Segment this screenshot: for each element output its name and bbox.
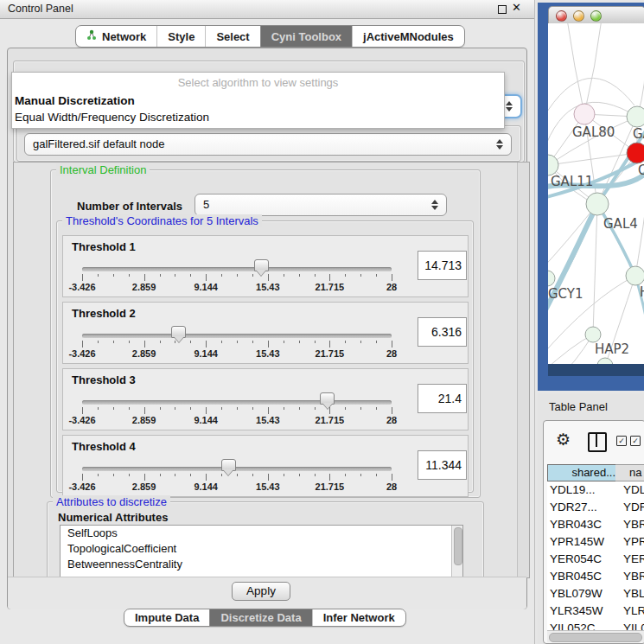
table-row[interactable]: YBL079WYBL0 xyxy=(547,585,644,603)
threshold-slider-thumb[interactable] xyxy=(320,392,335,405)
table-cell[interactable]: YIL052C xyxy=(550,620,596,630)
column-header-name[interactable]: na xyxy=(615,464,644,481)
checkbox-icon[interactable]: ✓ xyxy=(616,436,627,446)
bottom-tab-infer-network[interactable]: Infer Network xyxy=(312,609,405,626)
table-cell[interactable]: YLR3 xyxy=(623,603,644,620)
tab-label: Style xyxy=(168,30,194,43)
table-row[interactable]: YPR145WYPR1 xyxy=(547,533,644,551)
node-top-right[interactable] xyxy=(627,106,644,127)
settings-scroll-viewport: Interval Definition Number of Intervals … xyxy=(13,162,530,578)
columns-icon[interactable] xyxy=(588,432,607,452)
dropdown-prompt-item[interactable]: Select algorithm to view settings xyxy=(12,73,504,92)
tick-mark xyxy=(160,474,161,476)
table-row[interactable]: YDL19...YDL1 xyxy=(547,481,644,499)
table-panel-window: Table Panel ⚙ ✓ ✓ shared... na YDL19...Y… xyxy=(538,393,644,644)
table-data-combobox[interactable]: galFiltered.sif default node xyxy=(24,133,512,156)
attribute-item-betweennesscentrality[interactable]: BetweennessCentrality xyxy=(61,557,462,572)
table-header-row: shared... na xyxy=(547,464,644,481)
attributes-list-scrollbar-thumb[interactable] xyxy=(454,527,462,565)
table-row[interactable]: YBR045CYBR0 xyxy=(547,568,644,585)
node-gal4[interactable] xyxy=(586,193,609,215)
numerical-attributes-list[interactable]: SelfLoopsTopologicalCoefficientBetweenne… xyxy=(60,525,463,578)
attribute-item-topologicalcoefficient[interactable]: TopologicalCoefficient xyxy=(61,541,462,557)
table-cell[interactable]: YER054C xyxy=(550,551,602,568)
threshold-slider-thumb[interactable] xyxy=(221,459,236,471)
threshold-value-field[interactable]: 11.344 xyxy=(418,450,467,480)
table-cell[interactable]: YBR043C xyxy=(550,516,602,533)
bottom-tab-discretize-data[interactable]: Discretize Data xyxy=(209,609,311,626)
table-cell[interactable]: YBR045C xyxy=(550,568,602,585)
node-red[interactable] xyxy=(627,143,644,163)
threshold-slider-thumb[interactable] xyxy=(171,326,186,338)
table-row[interactable]: YER054CYER0 xyxy=(547,551,644,568)
table-cell[interactable]: YPR1 xyxy=(623,533,644,551)
table-row[interactable]: YBR043CYBR0 xyxy=(547,516,644,533)
tab-cyni-toolbox[interactable]: Cyni Toolbox xyxy=(260,26,352,47)
zoom-traffic-light-icon[interactable] xyxy=(590,10,602,22)
close-traffic-light-icon[interactable] xyxy=(556,10,567,22)
table-cell[interactable]: YER0 xyxy=(623,551,644,568)
network-thick-edge[interactable] xyxy=(597,204,635,276)
node-hap2[interactable] xyxy=(585,327,601,342)
table-hscrollbar-track[interactable] xyxy=(547,630,644,642)
slider-ticks xyxy=(82,341,392,348)
close-icon[interactable]: ✕ xyxy=(512,1,521,14)
node-h[interactable] xyxy=(626,266,644,285)
gear-icon[interactable]: ⚙ xyxy=(556,430,571,450)
table-cell[interactable]: YBR0 xyxy=(623,568,644,585)
tab-label: Network xyxy=(102,30,146,43)
table-cell[interactable]: YDL1 xyxy=(623,481,644,499)
threshold-slider-thumb[interactable] xyxy=(254,259,269,271)
network-edge[interactable] xyxy=(567,23,584,114)
table-cell[interactable]: YIL0 xyxy=(623,620,644,630)
node-gcy1[interactable] xyxy=(548,271,555,286)
tick-mark xyxy=(392,474,392,481)
network-canvas[interactable]: GAL80GACGAL11GAL4GCY1HHAP2 xyxy=(548,23,644,364)
threshold-slider-track[interactable] xyxy=(82,267,392,271)
apply-button[interactable]: Apply xyxy=(232,582,290,601)
tick-mark xyxy=(345,341,346,343)
network-thick-edge[interactable] xyxy=(548,204,597,322)
network-edge[interactable] xyxy=(584,23,602,114)
table-hscrollbar-thumb[interactable] xyxy=(549,633,642,642)
table-cell[interactable]: YBL0 xyxy=(623,585,644,603)
attribute-item-selfloops[interactable]: SelfLoops xyxy=(61,526,462,541)
threshold-slider-track[interactable] xyxy=(82,334,392,338)
float-window-icon[interactable] xyxy=(498,5,507,14)
threshold-value-field[interactable]: 14.713 xyxy=(418,251,467,280)
table-cell[interactable]: YDR2 xyxy=(623,499,644,516)
dropdown-option-manual-discretization[interactable]: Manual Discretization xyxy=(12,92,504,109)
tab-select[interactable]: Select xyxy=(205,26,259,47)
attributes-list-scrollbar[interactable] xyxy=(451,526,462,577)
dropdown-option-equal-width-frequency[interactable]: Equal Width/Frequency Discretization xyxy=(12,109,504,125)
tick-mark xyxy=(82,341,83,348)
column-header-shared-name[interactable]: shared... xyxy=(547,464,622,481)
table-row[interactable]: YIL052CYIL0 xyxy=(547,620,644,630)
threshold-value-field[interactable]: 6.316 xyxy=(418,317,467,347)
threshold-value-field[interactable]: 21.4 xyxy=(418,384,467,413)
threshold-slider-track[interactable] xyxy=(82,467,392,471)
node-bottom[interactable] xyxy=(597,358,613,364)
node-gal80[interactable] xyxy=(574,104,595,124)
threshold-slider-track[interactable] xyxy=(82,400,392,405)
tab-network[interactable]: Network xyxy=(76,26,156,47)
network-window-titlebar[interactable] xyxy=(548,6,644,24)
tab-jactivemnodules[interactable]: jActiveMNodules xyxy=(352,26,464,47)
tick-mark xyxy=(284,407,284,410)
checkbox-icon[interactable]: ✓ xyxy=(630,436,641,446)
number-of-intervals-spinner[interactable]: 5 xyxy=(194,194,447,216)
settings-scrollbar-track[interactable] xyxy=(517,163,530,577)
network-edge[interactable] xyxy=(593,204,597,335)
minimize-traffic-light-icon[interactable] xyxy=(573,10,584,22)
table-cell[interactable]: YDL19... xyxy=(550,481,596,499)
tab-style[interactable]: Style xyxy=(156,26,205,47)
table-cell[interactable]: YLR345W xyxy=(550,603,603,620)
table-cell[interactable]: YBL079W xyxy=(550,585,603,603)
table-row[interactable]: YDR27...YDR2 xyxy=(547,499,644,516)
table-cell[interactable]: YDR27... xyxy=(550,499,597,516)
tick-mark xyxy=(329,474,330,481)
table-row[interactable]: YLR345WYLR3 xyxy=(547,603,644,620)
table-cell[interactable]: YBR0 xyxy=(623,516,644,533)
table-cell[interactable]: YPR145W xyxy=(550,533,604,551)
bottom-tab-impute-data[interactable]: Impute Data xyxy=(124,609,209,626)
